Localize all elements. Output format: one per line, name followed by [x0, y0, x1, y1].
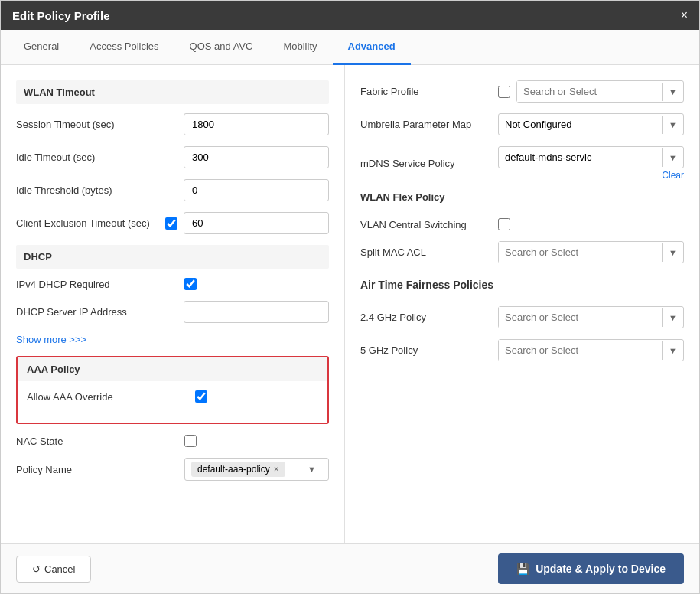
mdns-row: mDNS Service Policy default-mdns-servic … — [360, 146, 684, 181]
fabric-profile-wrapper: ▼ — [498, 80, 684, 103]
ipv4-dhcp-label: IPv4 DHCP Required — [16, 279, 184, 290]
tab-mobility[interactable]: Mobility — [268, 30, 332, 65]
aaa-policy-section: AAA Policy Allow AAA Override — [16, 356, 329, 424]
mdns-select[interactable]: default-mdns-servic ▼ — [498, 146, 684, 168]
idle-timeout-label: Idle Timeout (sec) — [16, 152, 184, 163]
mdns-label: mDNS Service Policy — [360, 158, 498, 169]
dhcp-server-row: DHCP Server IP Address — [16, 301, 329, 323]
ghz-24-select[interactable]: ▼ — [498, 306, 684, 328]
left-panel: WLAN Timeout Session Timeout (sec) Idle … — [1, 65, 345, 543]
client-exclusion-input[interactable] — [184, 212, 329, 234]
policy-name-select[interactable]: default-aaa-policy × ▼ — [184, 458, 329, 481]
umbrella-dropdown[interactable]: Not Configured — [499, 114, 662, 135]
modal-body: WLAN Timeout Session Timeout (sec) Idle … — [1, 65, 699, 543]
vlan-central-checkbox[interactable] — [498, 218, 510, 230]
ghz-5-row: 5 GHz Policy ▼ — [360, 339, 684, 361]
idle-timeout-input[interactable] — [184, 146, 329, 168]
fabric-profile-label: Fabric Profile — [360, 86, 498, 97]
ghz-5-input[interactable] — [499, 340, 662, 361]
update-label: Update & Apply to Device — [536, 563, 666, 575]
tab-advanced[interactable]: Advanced — [333, 30, 411, 65]
idle-threshold-input[interactable] — [184, 179, 329, 201]
nac-state-label: NAC State — [16, 436, 184, 447]
ghz-24-arrow[interactable]: ▼ — [662, 308, 683, 327]
tab-access-policies[interactable]: Access Policies — [74, 30, 174, 65]
client-exclusion-label: Client Exclusion Timeout (sec) — [16, 217, 165, 229]
tab-bar: General Access Policies QOS and AVC Mobi… — [1, 30, 699, 65]
ghz-5-label: 5 GHz Policy — [360, 344, 498, 356]
allow-aaa-label: Allow AAA Override — [27, 391, 195, 403]
split-mac-label: Split MAC ACL — [360, 246, 498, 258]
policy-name-label: Policy Name — [16, 464, 184, 475]
umbrella-row: Umbrella Parameter Map Not Configured ▼ — [360, 113, 684, 135]
allow-aaa-checkbox[interactable] — [195, 390, 207, 403]
aaa-policy-title: AAA Policy — [18, 357, 327, 381]
close-button[interactable]: × — [681, 8, 688, 22]
policy-tag: default-aaa-policy × — [191, 462, 285, 477]
policy-tag-close[interactable]: × — [274, 464, 279, 475]
ipv4-dhcp-checkbox[interactable] — [184, 278, 197, 290]
idle-threshold-row: Idle Threshold (bytes) — [16, 179, 329, 201]
nac-state-row: NAC State — [16, 435, 329, 447]
ghz-5-select[interactable]: ▼ — [498, 339, 684, 361]
dhcp-title: DHCP — [16, 245, 329, 269]
cancel-button[interactable]: ↺ Cancel — [16, 556, 91, 583]
policy-dropdown-arrow[interactable]: ▼ — [301, 462, 322, 477]
split-mac-input[interactable] — [499, 242, 662, 263]
session-timeout-label: Session Timeout (sec) — [16, 119, 184, 130]
fabric-profile-select[interactable]: ▼ — [516, 80, 684, 103]
aaa-policy-content: Allow AAA Override — [18, 381, 327, 423]
session-timeout-input[interactable] — [184, 113, 329, 135]
nac-state-checkbox[interactable] — [184, 435, 197, 447]
cancel-label: Cancel — [44, 563, 75, 575]
ipv4-dhcp-row: IPv4 DHCP Required — [16, 278, 329, 290]
split-mac-select[interactable]: ▼ — [498, 241, 684, 263]
dhcp-server-input[interactable] — [184, 301, 329, 323]
umbrella-label: Umbrella Parameter Map — [360, 119, 498, 130]
mdns-wrapper: default-mdns-servic ▼ Clear — [498, 146, 684, 181]
ghz-24-row: 2.4 GHz Policy ▼ — [360, 306, 684, 328]
idle-timeout-row: Idle Timeout (sec) — [16, 146, 329, 168]
update-button[interactable]: 💾 Update & Apply to Device — [498, 553, 684, 584]
fabric-dropdown-arrow[interactable]: ▼ — [662, 83, 683, 101]
edit-policy-modal: Edit Policy Profile × General Access Pol… — [0, 0, 700, 594]
fabric-profile-row: Fabric Profile ▼ — [360, 80, 684, 103]
ghz-5-arrow[interactable]: ▼ — [662, 341, 683, 360]
ghz-24-label: 2.4 GHz Policy — [360, 312, 498, 323]
client-exclusion-checkbox[interactable] — [165, 217, 177, 230]
split-mac-arrow[interactable]: ▼ — [662, 243, 683, 262]
ghz-24-input[interactable] — [499, 307, 662, 328]
right-panel: Fabric Profile ▼ Umbrella Parameter Map … — [345, 65, 699, 543]
modal-footer: ↺ Cancel 💾 Update & Apply to Device — [1, 543, 699, 593]
vlan-central-row: VLAN Central Switching — [360, 218, 684, 230]
update-icon: 💾 — [516, 563, 529, 575]
mdns-dropdown[interactable]: default-mdns-servic — [499, 147, 662, 168]
policy-tag-value: default-aaa-policy — [197, 464, 270, 475]
cancel-icon: ↺ — [32, 563, 41, 575]
policy-name-row: Policy Name default-aaa-policy × ▼ — [16, 458, 329, 481]
client-exclusion-row: Client Exclusion Timeout (sec) — [16, 212, 329, 234]
tab-qos-avc[interactable]: QOS and AVC — [174, 30, 269, 65]
fabric-profile-input[interactable] — [517, 81, 662, 102]
idle-threshold-label: Idle Threshold (bytes) — [16, 184, 184, 196]
split-mac-row: Split MAC ACL ▼ — [360, 241, 684, 263]
umbrella-dropdown-icon: ▼ — [662, 116, 683, 134]
air-time-title: Air Time Fairness Policies — [360, 279, 684, 295]
modal-title: Edit Policy Profile — [12, 9, 110, 22]
umbrella-select[interactable]: Not Configured ▼ — [498, 113, 684, 135]
vlan-central-label: VLAN Central Switching — [360, 219, 498, 230]
wlan-timeout-title: WLAN Timeout — [16, 80, 329, 104]
modal-header: Edit Policy Profile × — [1, 1, 699, 30]
dhcp-server-label: DHCP Server IP Address — [16, 306, 184, 318]
session-timeout-row: Session Timeout (sec) — [16, 113, 329, 135]
show-more-link[interactable]: Show more >>> — [16, 334, 329, 345]
wlan-flex-title: WLAN Flex Policy — [360, 191, 684, 207]
tab-general[interactable]: General — [8, 30, 74, 65]
fabric-profile-checkbox[interactable] — [498, 86, 510, 98]
allow-aaa-row: Allow AAA Override — [27, 390, 318, 403]
mdns-dropdown-icon: ▼ — [662, 148, 683, 167]
mdns-clear-link[interactable]: Clear — [498, 170, 684, 181]
